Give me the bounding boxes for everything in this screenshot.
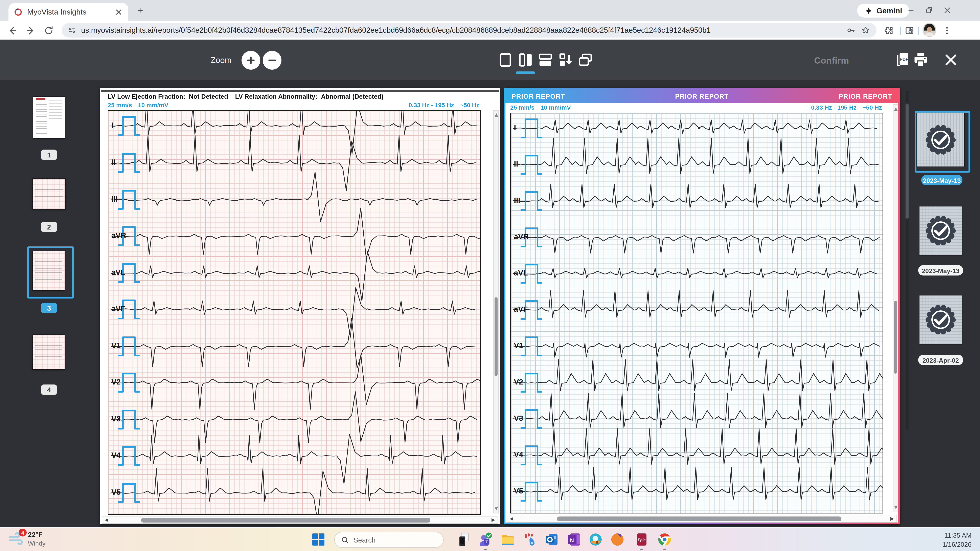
window-restore-button[interactable] xyxy=(923,4,936,16)
taskbar-app-onenote[interactable]: N xyxy=(566,532,581,547)
lead-label-V2: V2 xyxy=(111,378,121,386)
gemini-button[interactable]: Gemini xyxy=(857,4,909,18)
side-panel-search-icon[interactable] xyxy=(904,25,915,36)
lead-label-V3: V3 xyxy=(514,414,523,423)
print-button[interactable] xyxy=(912,51,930,69)
prior-report-page[interactable]: PRIOR REPORT PRIOR REPORT PRIOR REPORT 2… xyxy=(504,88,900,524)
horizontal-scrollbar-prior[interactable] xyxy=(507,515,897,522)
thumb-ecg-rows xyxy=(35,341,62,363)
taskbar-app-chrome[interactable] xyxy=(657,532,672,547)
weather-widget[interactable]: 4 22°F Windy xyxy=(8,530,46,547)
ecg-waveforms xyxy=(111,111,480,514)
back-button[interactable] xyxy=(7,25,18,36)
horizontal-scrollbar-current[interactable] xyxy=(102,516,498,524)
page-badge-3[interactable]: 3 xyxy=(41,303,57,313)
thumb-ecg-rows xyxy=(35,258,62,283)
layout-overlay-pages-icon[interactable] xyxy=(578,52,593,68)
window-close-button[interactable] xyxy=(941,4,954,16)
taskbar-app-firefox[interactable] xyxy=(610,532,625,547)
finding1-label: LV Low Ejection Fraction: xyxy=(108,92,185,100)
history-scrollbar-thumb[interactable] xyxy=(905,104,908,218)
confirm-button[interactable]: Confirm xyxy=(814,40,849,80)
layout-stacked-rows-icon[interactable] xyxy=(538,52,553,68)
thumb-logo xyxy=(36,98,45,100)
taskbar-app-display[interactable] xyxy=(457,532,471,547)
export-pdf-button[interactable]: PDF xyxy=(893,51,912,69)
lead-label-V5: V5 xyxy=(514,487,523,495)
forward-button[interactable] xyxy=(25,25,36,36)
lead-label-V1: V1 xyxy=(514,341,523,350)
running-indicator-chrome xyxy=(663,549,666,550)
viewer-toolbar: Zoom Confirm PDF xyxy=(0,40,980,80)
confirmed-seal-icon xyxy=(924,303,957,336)
profile-avatar[interactable] xyxy=(923,23,936,37)
page-badge-4[interactable]: 4 xyxy=(41,384,57,395)
toolbar-divider xyxy=(900,27,901,35)
close-viewer-button[interactable] xyxy=(943,52,959,68)
svg-text:T: T xyxy=(485,540,488,544)
page-gap-line xyxy=(101,90,499,92)
toolbar-divider-2 xyxy=(918,27,919,35)
history-thumbnail-1[interactable] xyxy=(917,113,964,167)
tab-close-icon[interactable] xyxy=(115,8,123,16)
taskbar-app-snipping-tool[interactable] xyxy=(523,532,538,547)
reload-button[interactable] xyxy=(44,25,54,36)
current-report-page[interactable]: LV Low Ejection Fraction: Not Detected L… xyxy=(100,88,500,524)
page-thumbnail-3[interactable] xyxy=(33,251,65,290)
url-text: us.myovistainsights.ai/reports/0f54e2b0f… xyxy=(81,26,842,35)
extensions-puzzle-icon[interactable] xyxy=(884,25,894,36)
bookmark-star-icon[interactable] xyxy=(861,25,870,35)
taskbar-app-paint[interactable] xyxy=(589,532,603,547)
lead-label-II: II xyxy=(514,160,518,168)
site-settings-icon[interactable] xyxy=(68,26,76,35)
new-tab-button[interactable]: + xyxy=(134,5,146,16)
confirmed-seal-icon xyxy=(924,124,957,156)
thumb-ecg-rows xyxy=(35,184,63,204)
lead-label-I: I xyxy=(111,121,113,130)
time-label: 11:35 AM xyxy=(942,531,972,540)
taskbar-app-outlook[interactable] xyxy=(545,532,559,547)
history-thumbnail-2[interactable] xyxy=(920,207,962,255)
password-key-icon[interactable] xyxy=(846,25,856,35)
lead-label-aVL: aVL xyxy=(514,269,528,277)
temperature-label: 22°F xyxy=(28,530,46,539)
taskbar-clock[interactable]: 11:35 AM 1/16/2026 xyxy=(942,531,972,549)
layout-two-column-icon[interactable] xyxy=(517,52,533,68)
running-indicator-teams xyxy=(484,549,487,550)
zoom-in-button[interactable] xyxy=(242,51,260,70)
prior-report-banner: PRIOR REPORT PRIOR REPORT PRIOR REPORT xyxy=(506,89,898,103)
page-thumbnail-1[interactable] xyxy=(33,97,65,138)
layout-selected-underline xyxy=(516,72,535,74)
taskbar-app-teams[interactable]: T xyxy=(478,532,493,547)
gemini-label: Gemini xyxy=(877,6,902,15)
lead-label-aVR: aVR xyxy=(514,233,529,241)
vertical-scrollbar-current[interactable] xyxy=(493,110,499,513)
url-bar[interactable]: us.myovistainsights.ai/reports/0f54e2b0f… xyxy=(62,23,877,38)
browser-tab[interactable]: MyoVista Insights xyxy=(8,3,128,21)
findings-line: LV Low Ejection Fraction: Not Detected L… xyxy=(108,92,479,100)
start-button[interactable] xyxy=(311,532,326,547)
lead-label-V5: V5 xyxy=(111,488,121,497)
page-thumbnail-4[interactable] xyxy=(33,335,65,369)
lead-label-V4: V4 xyxy=(111,451,121,460)
page-badge-2[interactable]: 2 xyxy=(41,221,57,232)
lead-label-V2: V2 xyxy=(514,378,523,386)
confirmed-seal-icon xyxy=(924,214,957,247)
layout-single-page-icon[interactable] xyxy=(498,52,513,68)
history-date-chip-2[interactable]: 2023-May-13 xyxy=(918,265,963,276)
taskbar-search[interactable]: Search xyxy=(334,532,444,548)
layout-scroll-sequence-icon[interactable] xyxy=(557,52,573,68)
finding1-value: Not Detected xyxy=(189,92,228,100)
page-badge-1[interactable]: 1 xyxy=(41,150,57,160)
svg-text:PDF: PDF xyxy=(900,57,908,62)
taskbar-app-epic[interactable]: Epic xyxy=(634,532,649,547)
zoom-out-button[interactable] xyxy=(263,51,282,70)
window-minimize-button[interactable] xyxy=(904,4,918,16)
history-date-chip-3[interactable]: 2023-Apr-02 xyxy=(918,355,963,365)
history-date-chip-1[interactable]: 2023-May-13 xyxy=(921,175,963,185)
vertical-scrollbar-prior[interactable] xyxy=(893,104,898,512)
taskbar-app-file-explorer[interactable] xyxy=(501,532,515,547)
browser-menu-icon[interactable] xyxy=(942,25,952,36)
history-thumbnail-3[interactable] xyxy=(920,296,962,344)
page-thumbnail-2[interactable] xyxy=(33,178,65,209)
